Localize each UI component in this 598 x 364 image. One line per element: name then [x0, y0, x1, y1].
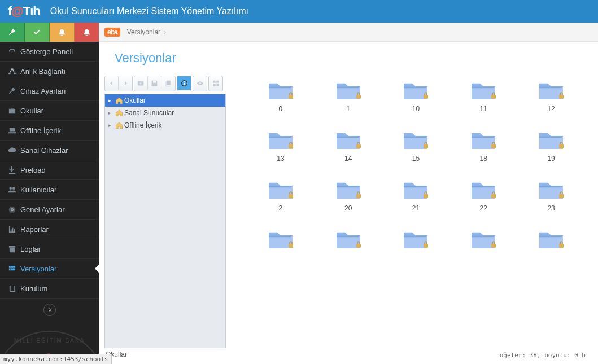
page-title: Versiyonlar — [115, 51, 582, 65]
sidebar-item-offline-content[interactable]: Offline İçerik — [0, 121, 99, 141]
lock-icon — [423, 191, 429, 200]
sidebar-item-preload[interactable]: Preload — [0, 160, 99, 180]
sidebar-item-label: Genel Ayarlar — [20, 205, 65, 214]
folder-icon — [472, 229, 495, 248]
fm-new-folder-button — [134, 76, 148, 90]
sidebar-item-label: Kullanıcılar — [20, 186, 56, 194]
file-manager-toolbar — [104, 76, 226, 91]
sidebar-collapse-button[interactable] — [43, 304, 56, 316]
folder-item[interactable] — [452, 229, 514, 254]
folder-item[interactable] — [250, 229, 312, 254]
lock-icon — [491, 142, 496, 150]
folder-item[interactable] — [385, 229, 447, 254]
archive-icon — [8, 245, 20, 253]
tree-item-label: Offline İçerik — [124, 121, 161, 129]
toolbar-notifications-button[interactable] — [50, 23, 75, 42]
sidebar-item-general-settings[interactable]: Genel Ayarlar — [0, 200, 99, 220]
folder-item[interactable] — [520, 229, 582, 254]
sidebar-item-label: Sanal Cihazlar — [20, 146, 68, 155]
folder-item[interactable]: 10 — [385, 80, 447, 113]
folder-item[interactable]: 22 — [452, 179, 514, 212]
folder-item[interactable]: 21 — [385, 179, 447, 212]
house-icon — [114, 97, 124, 104]
folder-icon — [337, 130, 360, 149]
folder-icon — [539, 229, 563, 248]
folder-item[interactable]: 19 — [520, 130, 582, 163]
sidebar-item-device-settings[interactable]: Cihaz Ayarları — [0, 81, 99, 101]
folder-label: 22 — [480, 204, 487, 212]
folder-item[interactable]: 23 — [520, 179, 582, 212]
folder-item[interactable]: 14 — [317, 130, 379, 163]
fm-info-button[interactable] — [177, 76, 191, 90]
sidebar-item-schools[interactable]: Okullar — [0, 101, 99, 121]
tree-item[interactable]: ▸Offline İçerik — [105, 119, 225, 131]
folder-item[interactable]: 20 — [317, 179, 379, 212]
house-icon — [114, 109, 124, 116]
tree-item[interactable]: ▸Okullar — [105, 94, 225, 107]
folder-icon — [472, 80, 495, 99]
folder-item[interactable] — [317, 229, 379, 254]
sidebar-item-setup[interactable]: Kurulum — [0, 279, 99, 299]
lock-icon — [288, 191, 294, 200]
sidebar-item-virtual-devices[interactable]: Sanal Cihazlar — [0, 141, 99, 160]
download-icon — [8, 166, 20, 174]
sidebar-item-label: Cihaz Ayarları — [20, 87, 66, 95]
app-title: Okul Sunucuları Merkezi Sistem Yönetim Y… — [50, 6, 248, 16]
folder-label: 10 — [412, 105, 420, 113]
fm-back-button — [105, 76, 119, 90]
lock-icon — [288, 142, 294, 150]
gauge-icon — [8, 47, 20, 56]
laptop-icon — [8, 126, 20, 135]
sidebar-item-reports[interactable]: Raporlar — [0, 220, 99, 239]
folder-label: 18 — [480, 155, 487, 163]
tree-item[interactable]: ▸Sanal Sunucular — [105, 107, 225, 119]
folder-item[interactable]: 1 — [317, 80, 379, 113]
toolbar-approve-button[interactable] — [25, 23, 50, 42]
users-icon — [8, 186, 20, 194]
cogs-icon — [8, 205, 20, 214]
toolbar-settings-button[interactable] — [0, 23, 25, 42]
wrench-icon — [8, 87, 20, 95]
lock-icon — [558, 191, 564, 200]
sidebar-item-versions[interactable]: Versiyonlar — [0, 259, 99, 279]
expand-arrow-icon: ▸ — [108, 110, 114, 116]
lock-icon — [356, 241, 361, 249]
folder-grid: 011011121314151819220212223 — [233, 76, 588, 254]
sidebar-item-label: Preload — [20, 166, 46, 174]
expand-arrow-icon: ▸ — [108, 98, 114, 103]
sidebar-item-label: Versiyonlar — [20, 265, 56, 273]
lock-icon — [491, 241, 496, 249]
folder-grid-scroll[interactable]: 011011121314151819220212223 — [233, 76, 588, 349]
lock-icon — [423, 92, 429, 100]
sidebar-item-label: Gösterge Paneli — [20, 47, 73, 56]
expand-arrow-icon: ▸ — [108, 122, 114, 128]
folder-icon — [269, 229, 293, 248]
sidebar-nav: Gösterge PaneliAnlık BağlantıCihaz Ayarl… — [0, 42, 99, 299]
folder-item[interactable]: 0 — [250, 80, 312, 113]
lock-icon — [558, 241, 564, 249]
folder-label: 0 — [279, 105, 283, 113]
lock-icon — [423, 142, 429, 150]
folder-item[interactable]: 11 — [452, 80, 514, 113]
folder-label: 2 — [279, 204, 283, 212]
folder-item[interactable]: 18 — [452, 130, 514, 163]
cloud-icon — [8, 146, 20, 155]
sidebar-item-live-conn[interactable]: Anlık Bağlantı — [0, 62, 99, 81]
breadcrumb-item[interactable]: Versiyonlar — [127, 28, 160, 36]
folder-label: 21 — [412, 204, 420, 212]
folder-icon — [472, 130, 495, 149]
sidebar-item-users[interactable]: Kullanıcılar — [0, 180, 99, 200]
fm-save-button — [148, 76, 161, 90]
folder-label: 15 — [412, 155, 420, 163]
app-header: f@Tıh Okul Sunucuları Merkezi Sistem Yön… — [0, 0, 598, 23]
sidebar-item-logs[interactable]: Loglar — [0, 239, 99, 259]
folder-label: 1 — [346, 105, 350, 113]
folder-item[interactable]: 12 — [520, 80, 582, 113]
folder-item[interactable]: 13 — [250, 130, 312, 163]
sidebar-item-label: Offline İçerik — [20, 126, 61, 135]
sidebar-item-dashboard[interactable]: Gösterge Paneli — [0, 42, 99, 62]
folder-item[interactable]: 2 — [250, 179, 312, 212]
folder-icon — [404, 80, 427, 99]
folder-item[interactable]: 15 — [385, 130, 447, 163]
toolbar-alerts-button[interactable] — [75, 23, 99, 42]
